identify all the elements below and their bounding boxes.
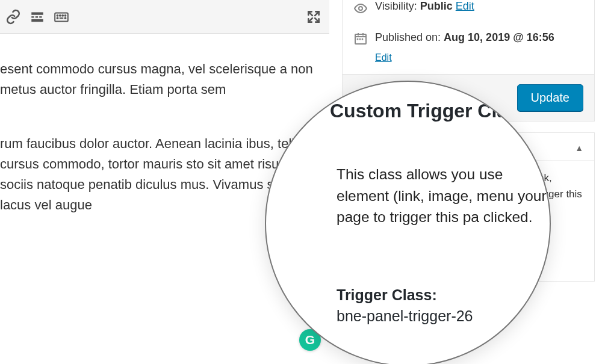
eye-icon: [353, 1, 368, 16]
svg-point-9: [65, 14, 66, 16]
keyboard-icon[interactable]: [49, 5, 73, 29]
calendar-icon: [353, 31, 368, 46]
visibility-label: Visibility:: [375, 0, 417, 12]
svg-point-11: [65, 17, 66, 19]
svg-point-10: [57, 17, 58, 19]
chevron-up-icon[interactable]: ▲: [575, 143, 583, 153]
update-button[interactable]: Update: [517, 84, 584, 111]
visibility-value: Public: [420, 0, 453, 12]
fullscreen-icon[interactable]: [302, 5, 326, 29]
published-edit-link[interactable]: Edit: [375, 52, 392, 63]
visibility-row: Visibility: Public Edit: [343, 0, 594, 30]
magnifier-lens: Custom Trigger Cla This class allows you…: [265, 81, 551, 364]
svg-point-17: [359, 7, 362, 10]
published-row: Published on: Aug 10, 2019 @ 16:56: [343, 30, 594, 51]
svg-rect-5: [55, 13, 68, 21]
svg-rect-3: [39, 16, 42, 17]
lens-trigger-class: bne-panel-trigger-26: [337, 307, 473, 325]
editor-paragraph-1[interactable]: esent commodo cursus magna, vel sceleris…: [0, 59, 329, 100]
svg-point-6: [57, 14, 58, 16]
svg-point-8: [62, 14, 63, 16]
read-more-icon[interactable]: [25, 5, 49, 29]
svg-rect-1: [31, 16, 34, 17]
svg-rect-2: [36, 16, 38, 17]
link-icon[interactable]: [1, 5, 25, 29]
editor-toolbar: [0, 0, 329, 34]
lens-description: This class allows you use element (link,…: [337, 164, 551, 228]
published-label: Published on:: [375, 31, 441, 43]
visibility-edit-link[interactable]: Edit: [456, 0, 474, 12]
published-value: Aug 10, 2019 @ 16:56: [444, 31, 554, 43]
lens-title: Custom Trigger Cla: [330, 100, 507, 122]
lens-trigger-label: Trigger Class:: [337, 286, 437, 304]
grammarly-letter: G: [305, 333, 315, 347]
svg-rect-0: [31, 12, 43, 14]
svg-rect-4: [31, 19, 43, 21]
svg-point-7: [60, 14, 61, 16]
